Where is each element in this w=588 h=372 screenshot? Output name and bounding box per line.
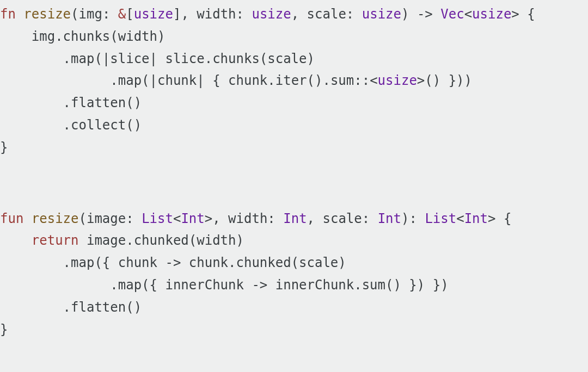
param-scale: scale — [307, 7, 346, 22]
line-2: img.chunks(width) — [32, 29, 166, 44]
type-usize: usize — [362, 7, 401, 22]
param-width: width — [228, 211, 267, 226]
type-int: Int — [181, 211, 204, 226]
type-int: Int — [464, 211, 488, 226]
line-kclose: } — [0, 322, 8, 337]
line-5: .flatten() — [63, 95, 142, 110]
fn-name: resize — [23, 7, 71, 22]
line-close: } — [0, 140, 8, 155]
type-usize: usize — [252, 7, 291, 22]
fn-name: resize — [32, 211, 79, 226]
line-k4: .map({ innerChunk -> innerChunk.sum() })… — [110, 277, 448, 293]
keyword-return: return — [32, 233, 79, 248]
line-3: .map(|slice| slice.chunks(scale) — [63, 51, 315, 66]
type-int: Int — [283, 211, 307, 226]
type-vec: Vec — [440, 7, 464, 22]
keyword-fun: fun — [0, 211, 23, 226]
type-usize: usize — [134, 7, 173, 22]
param-img: img — [79, 7, 102, 22]
type-usize: usize — [378, 73, 417, 88]
type-usize: usize — [472, 7, 511, 22]
type-list: List — [142, 211, 173, 226]
line-k3: .map({ chunk -> chunk.chunked(scale) — [63, 255, 346, 270]
param-scale: scale — [323, 211, 362, 226]
type-list: List — [425, 211, 456, 226]
line-4a: .map(|chunk| { chunk.iter().sum:: — [110, 73, 370, 88]
type-int: Int — [378, 211, 401, 226]
code-block: fn resize(img: &[usize], width: usize, s… — [0, 0, 588, 340]
ref-amp: & — [118, 7, 126, 22]
line-k2: image.chunked(width) — [79, 233, 244, 248]
line-k5: .flatten() — [63, 300, 142, 315]
keyword-fn: fn — [0, 7, 16, 22]
kotlin-block: fun resize(image: List<Int>, width: Int,… — [0, 211, 511, 337]
code-gap — [0, 159, 588, 208]
line-1: fn resize(img: &[usize], width: usize, s… — [0, 7, 535, 155]
param-image: image — [87, 211, 126, 226]
line-6: .collect() — [63, 117, 142, 133]
param-width: width — [197, 7, 236, 22]
